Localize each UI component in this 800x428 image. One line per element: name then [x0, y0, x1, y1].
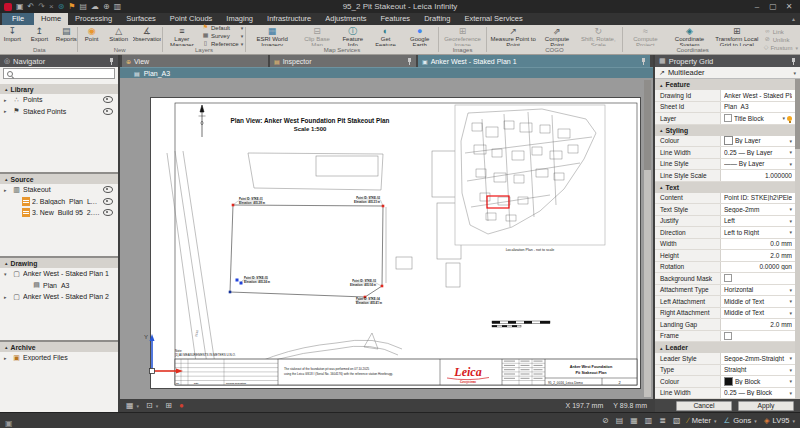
property-section-feature[interactable]: ▴Feature — [655, 79, 795, 90]
dropdown-caret-icon[interactable]: ▾ — [789, 218, 792, 224]
ribbon-button-point[interactable]: ◉Point — [79, 25, 105, 46]
property-value-direction[interactable]: Left to Right▾ — [720, 227, 795, 238]
property-value-left-attachment[interactable]: Middle of Text▾ — [720, 296, 795, 307]
layer-bulb-icon[interactable] — [787, 116, 792, 121]
unit-selector-gons[interactable]: ∠Gons▾ — [724, 416, 757, 425]
archive-icon[interactable]: ▤ — [80, 0, 88, 13]
book-icon[interactable]: ▥ — [645, 413, 653, 428]
tree-expander-icon[interactable]: ▸ — [4, 187, 10, 193]
tab-inspector[interactable]: ▤ Inspector — [270, 55, 416, 67]
dropdown-caret-icon[interactable]: ▾ — [789, 298, 792, 304]
property-value-leader-style[interactable]: Segoe-2mm-Straight▾ — [720, 353, 795, 364]
status-panel-icon[interactable] — [5, 412, 13, 428]
dropdown-caret-icon[interactable]: ▾ — [789, 229, 792, 235]
nav-item-plan-a3[interactable]: ▤Plan_A3 — [0, 280, 118, 292]
ribbon-tab-features[interactable]: Features — [374, 13, 418, 25]
ribbon-button-unlink[interactable]: ⊘Unlink — [764, 36, 797, 44]
property-grid-scrollbar[interactable] — [795, 79, 800, 399]
canvas-scrollbar[interactable] — [644, 80, 651, 397]
property-section-text[interactable]: ▴Text — [655, 182, 795, 193]
apply-button[interactable]: Apply — [738, 401, 794, 411]
nav-item-points[interactable]: ▸∴Points — [0, 94, 118, 106]
property-value-content[interactable]: Point ID: STKE|h2\PElevatic — [720, 193, 795, 204]
ribbon-button-feature-info[interactable]: ⓘFeature Info — [337, 25, 369, 46]
visibility-eye-icon[interactable] — [103, 108, 113, 115]
sheet-tab-plan-a3[interactable]: Plan_A3 — [120, 67, 653, 78]
ribbon-tab-infrastructure[interactable]: Infrastructure — [260, 13, 318, 25]
property-value-line-style[interactable]: —— By Layer▾ — [720, 159, 795, 170]
dropdown-caret-icon[interactable]: ▾ — [137, 403, 140, 409]
dropdown-caret-icon[interactable]: ▾ — [782, 115, 785, 121]
property-type-selector[interactable]: Multileader ▾ — [655, 67, 800, 79]
tree-expander-icon[interactable]: ▸ — [4, 97, 10, 103]
nav-item-exported-files[interactable]: ▸▣Exported Files — [0, 352, 118, 364]
dropdown-caret-icon[interactable]: ▾ — [156, 403, 159, 409]
property-value-line-width[interactable]: 0.25 — By Block▾ — [720, 388, 795, 399]
ribbon-tab-file[interactable]: File — [2, 13, 34, 25]
property-value-height[interactable]: 2.0 mm — [720, 250, 795, 261]
navigator-section-header-archive[interactable]: ▴Archive — [0, 342, 118, 352]
tree-expander-icon[interactable]: ▸ — [4, 108, 10, 114]
ribbon-button-coordinate-system-manager[interactable]: ◈Coordinate System Manager — [668, 25, 711, 46]
ribbon-button-transform-local-grid-to-local-grid[interactable]: ⊞Transform Local Grid to Local Grid — [712, 25, 762, 46]
navigator-section-header-source[interactable]: ▴Source — [0, 174, 118, 184]
property-value-right-attachment[interactable]: Middle of Text▾ — [720, 308, 795, 319]
ribbon-tab-surfaces[interactable]: Surfaces — [119, 13, 163, 25]
property-value-drawing-id[interactable]: Anker West - Staked Plan 1 — [720, 90, 795, 101]
dropdown-caret-icon[interactable]: ▾ — [789, 149, 792, 155]
visibility-eye-icon[interactable] — [103, 186, 113, 193]
ribbon-button-get-feature[interactable]: ◐Get Feature — [370, 25, 402, 46]
checkbox-unchecked[interactable] — [724, 274, 732, 282]
unit-selector-meter[interactable]: ∕Meter▾ — [688, 416, 717, 425]
pin-icon[interactable] — [407, 58, 412, 65]
property-value-attachment-type[interactable]: Horizontal▾ — [720, 285, 795, 296]
ribbon-button-import[interactable]: ↧Import — [0, 25, 25, 46]
property-value-justify[interactable]: Left▾ — [720, 216, 795, 227]
cloud-icon[interactable]: ☁ — [91, 0, 99, 13]
ribbon-item-survey[interactable]: ▦Survey▾ — [202, 32, 243, 39]
nav-item-3-new-build-95-2-dwg[interactable]: 3. New_Build 95_2.dwg — [0, 207, 118, 219]
ribbon-button-link[interactable]: ∞Link — [764, 28, 797, 36]
dropdown-caret-icon[interactable]: ▾ — [789, 355, 792, 361]
drawing-canvas[interactable]: Plan View: Anker West Foundation Pit Sta… — [120, 78, 653, 399]
property-value-sheet-id[interactable]: Plan_A3 — [720, 102, 795, 113]
ribbon-button-frustum[interactable]: ◇Frustum▾ — [764, 44, 797, 52]
zoom-fit-icon[interactable]: ⊞ — [165, 399, 172, 412]
ribbon-button-compute-point[interactable]: ⇗Compute Point — [539, 25, 575, 46]
checkbox-unchecked[interactable] — [724, 114, 732, 122]
minimize-button[interactable]: – — [750, 0, 764, 13]
dropdown-caret-icon[interactable]: ▾ — [789, 206, 792, 212]
property-value-type[interactable]: Straight▾ — [720, 365, 795, 376]
property-value-colour[interactable]: By Block▾ — [720, 376, 795, 387]
layout-icon[interactable]: ▦ — [126, 399, 134, 412]
log-icon[interactable]: ▤ — [616, 413, 624, 428]
search-input[interactable] — [16, 69, 113, 78]
property-section-leader[interactable]: ▴Leader — [655, 342, 795, 353]
visibility-eye-icon[interactable] — [103, 198, 113, 205]
property-value-frame[interactable] — [720, 331, 795, 342]
dropdown-caret-icon[interactable]: ▾ — [789, 161, 792, 167]
checkbox-unchecked[interactable] — [724, 332, 732, 340]
print-icon[interactable]: ▥ — [114, 0, 122, 13]
ribbon-button-measure-point-to-point[interactable]: ↗Measure Point to Point — [488, 25, 538, 46]
grid-icon[interactable]: ▦ — [630, 413, 638, 428]
delete-icon[interactable]: × — [49, 0, 54, 13]
ribbon-tab-processing[interactable]: Processing — [68, 13, 119, 25]
nav-item-staked-points[interactable]: ▸⚑Staked Points — [0, 106, 118, 118]
snap-icon[interactable]: ⊘ — [602, 413, 609, 428]
tab-document-staked-plan-1[interactable]: ▣ Anker West - Staked Plan 1 — [418, 55, 650, 67]
ribbon-tab-drafting[interactable]: Drafting — [417, 13, 457, 25]
nav-item-stakeout[interactable]: ▸▥Stakeout — [0, 184, 118, 196]
property-value-text-style[interactable]: Segoe-2mm▾ — [720, 204, 795, 215]
save-icon[interactable]: ▣ — [16, 0, 24, 13]
tab-view[interactable]: ⊕ View — [122, 55, 268, 67]
ribbon-button-reports[interactable]: ▤Reports — [53, 25, 79, 46]
close-button[interactable]: ✕ — [782, 0, 796, 13]
property-value-line-width[interactable]: 0.25 — By Layer▾ — [720, 147, 795, 158]
navigator-section-header-drawing[interactable]: ▴Drawing — [0, 258, 118, 268]
tree-expander-icon[interactable]: ▾ — [4, 271, 10, 277]
property-value-landing-gap[interactable]: 2.0 mm — [720, 319, 795, 330]
visibility-eye-icon[interactable] — [103, 96, 113, 103]
navigator-section-header-library[interactable]: ▴Library — [0, 84, 118, 94]
ribbon-tab-home[interactable]: Home — [34, 13, 68, 25]
